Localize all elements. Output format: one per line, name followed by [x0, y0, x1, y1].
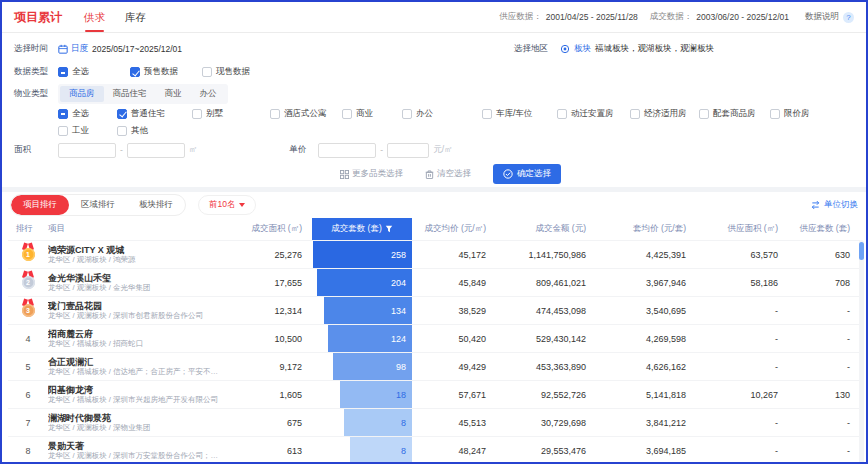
project-subtitle: 龙华区 / 福城板块 / 信达地产；合正房产；平安不动产	[48, 367, 220, 376]
price-max-input[interactable]	[387, 143, 429, 158]
unit-switch-button[interactable]: 单位切换	[810, 199, 858, 211]
checkbox-option[interactable]: 经济适用房	[630, 108, 699, 120]
checkbox-option[interactable]: 全选	[58, 108, 117, 120]
checkbox-option[interactable]: 车库/车位	[482, 108, 557, 120]
filter-panel: 选择时间 日度 2025/05/17~2025/12/01 选择地区 板块 福城…	[2, 33, 866, 187]
supply-range-label: 供应数据：	[499, 11, 542, 23]
more-categories-label: 更多品类选择	[352, 168, 403, 180]
unit-price-value: 4,269,598	[596, 334, 696, 344]
project-name: 景勋天著	[48, 441, 220, 452]
column-header[interactable]: 套均价 (元/套)	[596, 218, 696, 240]
deal-units-bar: 8	[344, 409, 412, 436]
property-type-tab[interactable]: 商品住宅	[104, 86, 156, 102]
medal-silver-icon: 2	[22, 276, 35, 289]
column-header[interactable]: 成交套数 (套)	[312, 218, 412, 240]
avg-price-value: 45,849	[412, 278, 496, 288]
property-type-tab[interactable]: 办公	[191, 86, 226, 102]
data-note-link[interactable]: 数据说明	[805, 11, 839, 23]
topbar-tab[interactable]: 供求	[84, 2, 105, 32]
column-header[interactable]: 项目	[48, 218, 220, 240]
ranking-table: 排行项目成交面积 (㎡)成交套数 (套)成交均价 (元/㎡)成交金额 (元)套均…	[8, 218, 860, 464]
scrollbar-thumb[interactable]	[859, 242, 864, 260]
top-n-dropdown[interactable]: 前10名	[198, 195, 256, 215]
checkbox-icon	[482, 109, 492, 119]
rank-cell: 5	[8, 362, 48, 372]
clear-selection-button[interactable]: 清空选择	[425, 168, 471, 180]
sort-funnel-icon	[385, 225, 393, 233]
property-type-tab[interactable]: 商业	[156, 86, 191, 102]
deal-amount-value: 453,363,890	[496, 362, 596, 372]
table-row[interactable]: 7澜湖时代御景苑龙华区 / 观澜板块 / 深物业集团675845,51330,7…	[8, 408, 860, 436]
table-row[interactable]: 2金光华溪山禾玺龙华区 / 观澜板块 / 金光华集团17,65520445,84…	[8, 268, 860, 296]
table-row[interactable]: 4招商麓云府龙华区 / 福城板块 / 招商蛇口10,50012450,42052…	[8, 324, 860, 352]
column-header-label: 排行	[16, 223, 33, 235]
table-row[interactable]: 6阳基御龙湾龙华区 / 福城板块 / 深圳市兴超房地产开发有限公司1,60518…	[8, 380, 860, 408]
supply-units-value: -	[788, 446, 860, 456]
region-value[interactable]: 福城板块，观湖板块，观澜板块	[595, 43, 714, 55]
scrollbar-track[interactable]	[859, 240, 864, 464]
column-header-label: 套均价 (元/套)	[633, 223, 686, 235]
supply-units-value: 630	[788, 250, 860, 260]
table-row[interactable]: 8景勋天著龙华区 / 观澜板块 / 深圳市万安堂股份合作公司；深圳市桔...61…	[8, 436, 860, 464]
rank-cell: 6	[8, 390, 48, 400]
more-categories-button[interactable]: 更多品类选择	[340, 168, 403, 180]
project-name: 合正观澜汇	[48, 357, 220, 368]
checkbox-option[interactable]: 商业	[342, 108, 402, 120]
help-icon[interactable]: ?	[843, 12, 854, 23]
table-row[interactable]: 3珑门壹品花园龙华区 / 观澜板块 / 深圳市创君新股份合作公司12,31413…	[8, 296, 860, 324]
deal-units-cell: 18	[312, 381, 412, 408]
checkbox-option[interactable]: 动迁安置房	[557, 108, 630, 120]
column-header[interactable]: 排行	[8, 218, 48, 240]
column-header[interactable]: 成交面积 (㎡)	[220, 218, 312, 240]
category-checkbox-row-2: 工业其他	[2, 122, 866, 139]
checkbox-option[interactable]: 别墅	[192, 108, 270, 120]
checkbox-option[interactable]: 现售数据	[202, 66, 274, 78]
region-type[interactable]: 板块	[574, 43, 591, 55]
project-name: 阳基御龙湾	[48, 385, 220, 396]
topbar-tab[interactable]: 库存	[125, 2, 146, 32]
supply-area-value: -	[696, 334, 788, 344]
column-header-label: 供应套数 (套)	[799, 223, 850, 235]
date-range-value[interactable]: 2025/05/17~2025/12/01	[92, 44, 182, 54]
checkbox-icon	[270, 109, 280, 119]
column-header[interactable]: 成交均价 (元/㎡)	[412, 218, 496, 240]
supply-range-value: 2001/04/25 - 2025/11/28	[546, 12, 638, 22]
checkbox-option[interactable]: 全选	[58, 66, 130, 78]
checkbox-option[interactable]: 普通住宅	[117, 108, 192, 120]
deal-units-cell: 258	[312, 241, 412, 268]
deal-area-value: 613	[220, 446, 312, 456]
checkbox-option[interactable]: 办公	[402, 108, 482, 120]
time-granularity[interactable]: 日度	[71, 43, 88, 55]
checkbox-option[interactable]: 预售数据	[130, 66, 202, 78]
column-header[interactable]: 供应套数 (套)	[788, 218, 860, 240]
property-type-tab[interactable]: 商品房	[60, 86, 104, 102]
checkbox-option[interactable]: 工业	[58, 125, 117, 137]
price-min-input[interactable]	[318, 143, 376, 158]
area-max-input[interactable]	[127, 143, 185, 158]
checkbox-icon	[202, 67, 212, 77]
checkbox-option[interactable]: 限价房	[770, 108, 810, 120]
checkbox-icon	[58, 109, 68, 119]
ranking-tab[interactable]: 板块排行	[127, 195, 185, 215]
area-min-input[interactable]	[58, 143, 116, 158]
checkbox-option[interactable]: 其他	[117, 125, 148, 137]
checkbox-option[interactable]: 配套商品房	[699, 108, 770, 120]
column-header[interactable]: 成交金额 (元)	[496, 218, 596, 240]
deal-amount-value: 30,729,698	[496, 418, 596, 428]
project-cell: 金光华溪山禾玺龙华区 / 观澜板块 / 金光华集团	[48, 273, 220, 293]
confirm-selection-button[interactable]: 确定选择	[493, 164, 561, 184]
checkbox-label: 工业	[72, 125, 89, 137]
checkbox-option[interactable]: 酒店式公寓	[270, 108, 342, 120]
supply-area-value: 63,570	[696, 250, 788, 260]
table-row[interactable]: 5合正观澜汇龙华区 / 福城板块 / 信达地产；合正房产；平安不动产9,1729…	[8, 352, 860, 380]
project-name: 珑门壹品花园	[48, 301, 220, 312]
time-filter-row: 选择时间 日度 2025/05/17~2025/12/01 选择地区 板块 福城…	[2, 37, 866, 61]
ranking-tab[interactable]: 项目排行	[11, 195, 69, 215]
project-subtitle: 龙华区 / 观澜板块 / 金光华集团	[48, 283, 220, 292]
topbar-tabs: 供求库存	[84, 2, 166, 32]
ranking-tab[interactable]: 区域排行	[69, 195, 127, 215]
table-row[interactable]: 1鸿荣源CITY X 观城龙华区 / 观湖板块 / 鸿荣源25,27625845…	[8, 240, 860, 268]
deal-area-value: 675	[220, 418, 312, 428]
deal-units-bar: 18	[340, 381, 412, 408]
column-header[interactable]: 供应面积 (㎡)	[696, 218, 788, 240]
